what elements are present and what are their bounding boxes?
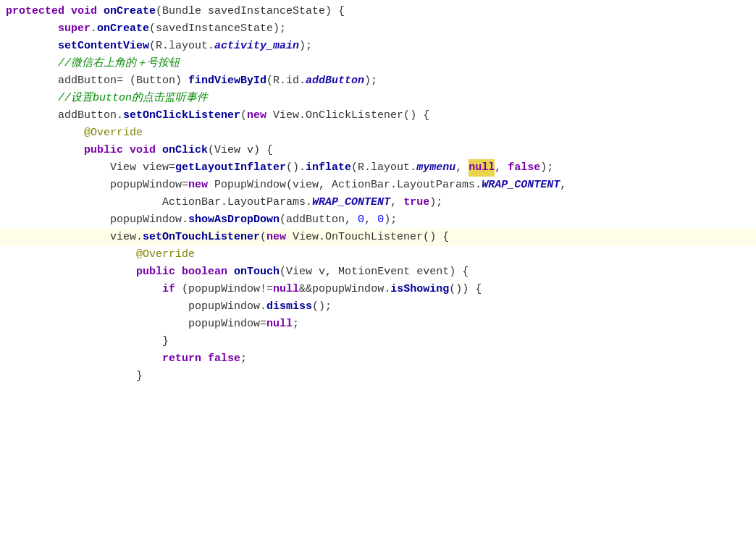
code-token [6,124,84,142]
code-token: null [273,281,299,298]
code-token: 0 [377,211,384,229]
code-line: public void onClick(View v) { [0,142,756,159]
code-token: onTouch [234,263,280,281]
code-token: ); [364,72,377,90]
code-token: popupWindow= [6,316,266,333]
code-token [6,107,58,124]
code-token: popupWindow. [6,211,188,229]
code-line: public boolean onTouch(View v, MotionEve… [0,263,756,281]
code-token: null [469,159,495,177]
code-token: public [136,263,175,281]
code-token: onClick [162,142,208,159]
code-token: @Override [84,124,143,142]
code-token: onCreate [104,3,156,20]
code-token: setOnClickListener [123,107,240,124]
code-token: setOnTouchListener [143,229,260,246]
code-token: ActionBar.LayoutParams. [6,194,312,211]
code-token: public [84,142,123,159]
code-token: popupWindow= [6,177,188,194]
code-token: new [188,177,208,194]
code-token [227,263,234,281]
code-token: (R.layout. [351,159,416,177]
code-token: (). [286,159,306,177]
code-line: popupWindow.showAsDropDown(addButton, 0,… [0,211,756,229]
code-line: if (popupWindow!=null&&popupWindow.isSho… [0,281,756,298]
code-line: setContentView(R.layout.activity_main); [0,38,756,55]
code-token: ; [240,350,247,368]
code-line: view.setOnTouchListener(new View.OnTouch… [0,229,756,246]
code-token: ( [260,229,266,246]
code-line: addButton.setOnClickListener(new View.On… [0,107,756,124]
code-token: super [58,20,91,38]
code-token: (savedInstanceState); [149,20,286,38]
code-token: (); [312,298,332,316]
code-token: false [508,159,540,177]
code-token: setContentView [58,38,149,55]
code-token: void [71,3,97,20]
code-token: getLayoutInflater [175,159,286,177]
code-token: popupWindow. [6,298,266,316]
code-token: ); [299,38,312,55]
code-token: protected [6,3,64,20]
code-token: addButton [306,72,364,90]
code-token: , [495,159,508,177]
code-token [97,3,104,20]
code-line: } [0,368,756,385]
code-token: ()) { [449,281,482,298]
code-token [6,350,162,368]
code-token: showAsDropDown [188,211,280,229]
code-token: (View v) { [208,142,273,159]
code-token [6,246,136,263]
code-token: ); [429,194,442,211]
code-token: } [6,368,143,385]
code-token [6,263,136,281]
code-token: View view= [6,159,175,177]
code-token: View.OnClickListener() { [266,107,429,124]
code-token: (R.layout. [149,38,214,55]
code-token [6,281,162,298]
code-line: View view=getLayoutInflater().inflate(R.… [0,159,756,177]
code-token: inflate [306,159,351,177]
code-token: . [91,20,97,38]
code-token [6,142,84,159]
code-line: popupWindow=null; [0,316,756,333]
code-line: protected void onCreate(Bundle savedInst… [0,3,756,20]
code-token: null [266,316,293,333]
code-token: (R.id. [266,72,306,90]
code-token: PopupWindow(view, ActionBar.LayoutParams… [208,177,482,194]
code-token: dismiss [266,298,312,316]
code-token: //设置button的点击监听事件 [58,90,208,107]
code-line: @Override [0,124,756,142]
code-token: new [266,229,286,246]
code-line: //微信右上角的＋号按钮 [0,55,756,72]
code-token [123,142,130,159]
code-token: (Bundle savedInstanceState) { [156,3,345,20]
code-token: ; [293,316,299,333]
code-token: boolean [182,263,227,281]
code-token: addButton. [58,107,123,124]
code-token: true [403,194,429,211]
code-token [175,263,182,281]
code-token: , [560,177,566,194]
code-token: if [162,281,175,298]
code-token: &&popupWindow. [299,281,390,298]
code-token: , [390,194,403,211]
code-token [6,55,58,72]
code-token: , [455,159,469,177]
code-line: ActionBar.LayoutParams.WRAP_CONTENT, tru… [0,194,756,211]
code-token: onCreate [97,20,149,38]
code-token: false [208,350,240,368]
code-token: ); [540,159,553,177]
code-token: (addButton, [280,211,358,229]
code-line: addButton= (Button) findViewById(R.id.ad… [0,72,756,90]
code-line: return false; [0,350,756,368]
code-token: addButton= (Button) [58,72,188,90]
code-token: (popupWindow!= [175,281,273,298]
code-token: mymenu [416,159,455,177]
code-token: WRAP_CONTENT [312,194,390,211]
code-editor: protected void onCreate(Bundle savedInst… [0,0,756,545]
code-token: 0 [358,211,364,229]
code-token [64,3,71,20]
code-token [6,20,58,38]
code-line: @Override [0,246,756,263]
